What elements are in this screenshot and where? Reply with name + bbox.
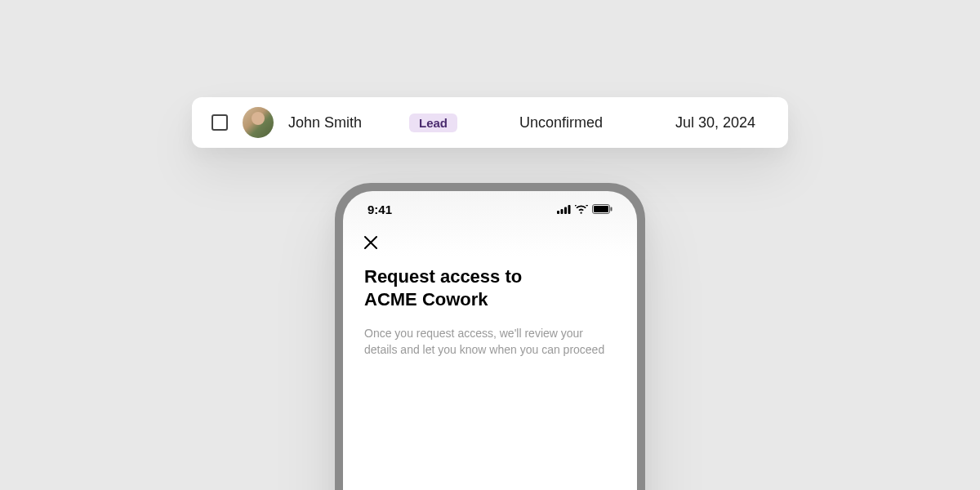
svg-rect-2 [564, 207, 567, 215]
status-icons [557, 203, 612, 216]
svg-rect-1 [561, 209, 564, 214]
status-time: 9:41 [368, 203, 392, 216]
table-row: John Smith Lead Unconfirmed Jul 30, 2024 [192, 97, 788, 148]
battery-icon [592, 203, 612, 216]
avatar [243, 107, 274, 138]
svg-rect-3 [568, 205, 571, 214]
svg-rect-0 [557, 211, 559, 214]
phone-mockup: 9:41 Request access to ACME Cowork Once … [335, 183, 645, 490]
cellular-icon [557, 203, 571, 216]
svg-rect-6 [611, 207, 612, 212]
status-text: Unconfirmed [519, 114, 658, 131]
close-icon[interactable] [364, 233, 377, 254]
contact-name: John Smith [288, 114, 394, 131]
lead-badge: Lead [409, 114, 457, 132]
wifi-icon [575, 203, 588, 216]
modal-subtitle: Once you request access, we'll review yo… [364, 325, 616, 359]
phone-screen: 9:41 Request access to ACME Cowork Once … [343, 191, 637, 490]
date-text: Jul 30, 2024 [675, 114, 768, 131]
status-bar: 9:41 [361, 203, 619, 228]
svg-rect-5 [594, 206, 608, 212]
row-checkbox[interactable] [212, 114, 228, 131]
modal-title: Request access to ACME Cowork [364, 265, 616, 310]
